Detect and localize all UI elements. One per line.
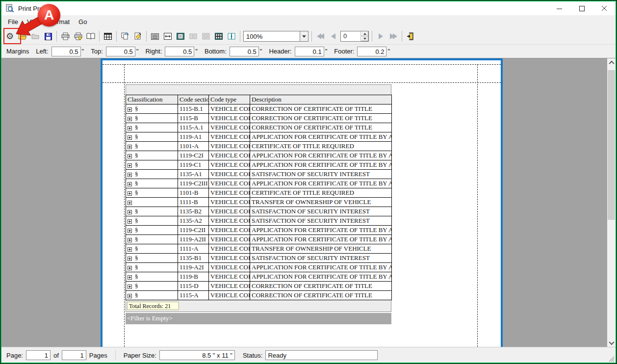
cell-code-type: VEHICLE CODE bbox=[209, 188, 250, 198]
cell-classification: § bbox=[126, 188, 178, 198]
margin-bottom-unit: " bbox=[260, 48, 262, 55]
margins-label: Margins bbox=[6, 48, 29, 55]
toolbar-separator bbox=[146, 31, 147, 42]
expand-plus-icon bbox=[128, 107, 132, 112]
view-zoom-pages-button[interactable] bbox=[225, 30, 238, 43]
cell-classification: § bbox=[126, 207, 178, 216]
scroll-down-button[interactable] bbox=[607, 338, 616, 347]
print-dialog-button[interactable] bbox=[72, 30, 84, 43]
table-row: §1119-C2IVEHICLE CODEAPPLICATION FOR CER… bbox=[126, 151, 392, 160]
cell-code-type: VEHICLE CODE bbox=[209, 282, 250, 291]
section-symbol: § bbox=[135, 273, 138, 280]
section-symbol: § bbox=[135, 105, 138, 112]
cell-classification: § bbox=[126, 254, 178, 263]
expand-plus-icon bbox=[128, 294, 132, 298]
scrollbar-thumb[interactable] bbox=[608, 70, 615, 220]
view-four-pages-icon bbox=[202, 33, 210, 40]
margin-left-label: Left: bbox=[36, 48, 48, 55]
report-content: Classification Code section Code type De… bbox=[126, 84, 391, 324]
cell-code-section: 1115-A bbox=[178, 291, 209, 300]
zoom-dropdown-button[interactable] bbox=[300, 31, 308, 41]
margin-header-input[interactable]: 0.1 bbox=[295, 47, 324, 56]
cell-description: SATISFACTION OF SECURITY INTEREST bbox=[250, 254, 392, 263]
view-page-width-button[interactable] bbox=[161, 30, 174, 43]
cell-code-type: VEHICLE CODE bbox=[209, 226, 250, 235]
maximize-button[interactable] bbox=[570, 1, 593, 15]
statusbar-separator bbox=[115, 350, 116, 360]
cell-description: CERTIFICATE OF TITLE REQUIRED bbox=[250, 188, 392, 198]
cell-code-type: VEHICLE CODE bbox=[209, 104, 250, 114]
page-number-spinner[interactable]: 0 bbox=[340, 31, 369, 42]
copy-icon bbox=[121, 32, 129, 40]
exit-icon bbox=[407, 32, 414, 40]
cell-description: APPLICATION FOR CERTIFICATE OF TITLE BY … bbox=[250, 179, 392, 188]
cell-classification: § bbox=[126, 226, 178, 235]
cell-classification: § bbox=[126, 160, 178, 170]
cell-code-section: 1119-A1 bbox=[178, 132, 209, 142]
cell-code-section: 1119-C1 bbox=[178, 160, 209, 170]
menu-go[interactable]: Go bbox=[74, 16, 91, 27]
margin-bottom-input[interactable]: 0.5 bbox=[230, 47, 259, 56]
left-margin-guide[interactable] bbox=[124, 64, 125, 347]
spin-down-button[interactable] bbox=[361, 36, 368, 41]
cell-classification: § bbox=[126, 132, 178, 142]
expand-plus-icon bbox=[128, 229, 132, 233]
minimize-button[interactable] bbox=[548, 1, 570, 15]
status-label: Status: bbox=[243, 352, 262, 359]
margin-field-footer: Footer:0.2" bbox=[334, 47, 390, 56]
table-row: §1135-A1VEHICLE CODESATISFACTION OF SECU… bbox=[126, 170, 392, 179]
cell-code-type: VEHICLE CODE bbox=[209, 170, 250, 179]
section-symbol: § bbox=[135, 263, 138, 271]
resize-grip-icon[interactable] bbox=[608, 355, 615, 362]
status-bar: Page: 1 of 1 Pages Paper Size: 8.5 " x 1… bbox=[1, 347, 616, 363]
section-symbol: § bbox=[135, 114, 138, 122]
top-margin-guide[interactable] bbox=[103, 82, 501, 83]
cell-code-type: VEHICLE CODE bbox=[209, 198, 250, 207]
expand-plus-icon bbox=[128, 210, 132, 214]
table-row: §1135-A2VEHICLE CODESATISFACTION OF SECU… bbox=[126, 216, 392, 226]
table-row: §1119-C2IIVEHICLE CODEAPPLICATION FOR CE… bbox=[126, 226, 392, 235]
format-button[interactable] bbox=[131, 30, 144, 43]
view-two-pages-icon bbox=[189, 33, 197, 39]
spin-up-button[interactable] bbox=[361, 31, 368, 36]
table-row: §1101-BVEHICLE CODECERTIFICATE OF TITLE … bbox=[126, 188, 392, 198]
table-row: §1119-BVEHICLE CODEAPPLICATION FOR CERTI… bbox=[126, 272, 392, 282]
column-header-classification: Classification bbox=[126, 95, 178, 104]
exit-button[interactable] bbox=[404, 30, 417, 43]
scroll-up-button[interactable] bbox=[607, 58, 616, 67]
view-lines-button[interactable] bbox=[149, 30, 161, 43]
report-footer-band: Total Records: 21 bbox=[126, 300, 391, 312]
margins-bar: Margins Left:0.5" Top:0.5" Right:0.5" Bo… bbox=[1, 44, 616, 58]
margin-left-input[interactable]: 0.5 bbox=[51, 47, 81, 56]
view-whole-page-icon bbox=[177, 33, 184, 40]
page-setup-button[interactable] bbox=[84, 30, 97, 43]
column-header-code-section: Code section bbox=[178, 95, 209, 104]
margin-footer-label: Footer: bbox=[334, 48, 354, 55]
margin-header-label: Header: bbox=[269, 48, 291, 55]
expand-plus-icon bbox=[128, 154, 132, 158]
filter-bar: <Filter is Empty> bbox=[126, 313, 391, 324]
scale-button[interactable] bbox=[102, 30, 114, 43]
view-multi-page-button[interactable] bbox=[212, 30, 225, 43]
cell-description: CERTIFICATE OF TITLE REQUIRED bbox=[250, 142, 392, 151]
section-symbol: § bbox=[135, 282, 138, 289]
cell-code-type: VEHICLE CODE bbox=[209, 263, 250, 272]
margin-right-input[interactable]: 0.5 bbox=[165, 47, 194, 56]
header-margin-guide[interactable] bbox=[103, 64, 501, 65]
format-paint-icon bbox=[134, 32, 142, 40]
copy-button[interactable] bbox=[119, 30, 131, 43]
table-row: §1115-B.1VEHICLE CODECORRECTION OF CERTI… bbox=[126, 104, 392, 114]
right-margin-guide[interactable] bbox=[477, 64, 478, 347]
margin-top-input[interactable]: 0.5 bbox=[106, 47, 135, 56]
page-label: Page: bbox=[6, 352, 23, 359]
toolbar-separator bbox=[116, 31, 117, 42]
toolbar-separator bbox=[240, 31, 240, 42]
margin-footer-input[interactable]: 0.2 bbox=[357, 47, 386, 56]
grid-body: §1115-B.1VEHICLE CODECORRECTION OF CERTI… bbox=[126, 104, 392, 300]
section-symbol: § bbox=[135, 291, 138, 299]
table-row: §1135-B2VEHICLE CODESATISFACTION OF SECU… bbox=[126, 207, 392, 216]
zoom-combo[interactable]: 100% bbox=[243, 31, 308, 42]
view-whole-page-button[interactable] bbox=[174, 30, 187, 43]
close-button[interactable] bbox=[593, 1, 616, 15]
vertical-scrollbar[interactable] bbox=[607, 58, 616, 347]
